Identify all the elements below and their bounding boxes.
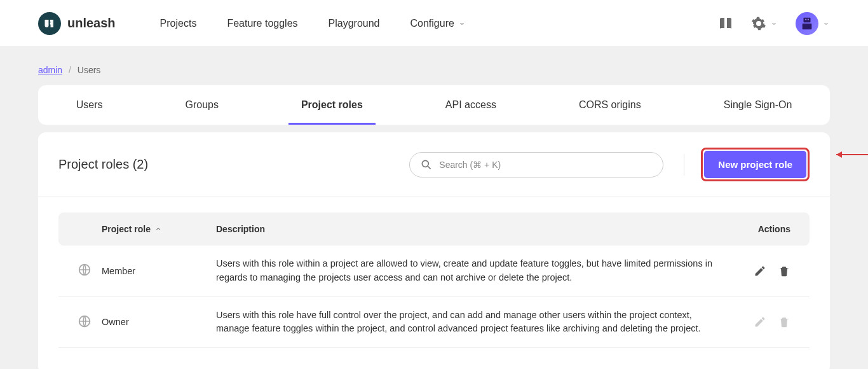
chevron-down-icon — [822, 20, 830, 27]
breadcrumb: admin / Users — [0, 47, 868, 85]
table-header: Project role Description Actions — [58, 212, 810, 246]
th-project-role[interactable]: Project role — [102, 224, 216, 234]
logo-text: unleash — [67, 16, 116, 31]
nav-right — [718, 12, 830, 35]
table-wrap: Project role Description Actions Member … — [38, 197, 830, 369]
avatar — [796, 12, 818, 35]
tab-project-roles[interactable]: Project roles — [288, 85, 376, 125]
nav-item-projects[interactable]: Projects — [160, 18, 197, 29]
top-navigation: unleash Projects Feature toggles Playgro… — [0, 0, 868, 47]
nav-items: Projects Feature toggles Playground Conf… — [160, 18, 718, 29]
table-row: Member Users with this role within a pro… — [58, 246, 810, 297]
page-title: Project roles (2) — [58, 157, 148, 172]
new-button-highlight: New project role — [701, 148, 810, 181]
breadcrumb-admin-link[interactable]: admin — [38, 65, 62, 75]
edit-icon[interactable] — [754, 316, 766, 328]
globe-icon — [78, 263, 92, 277]
svg-rect-7 — [808, 18, 809, 20]
new-project-role-button[interactable]: New project role — [704, 151, 806, 178]
tab-cors-origins[interactable]: CORS origins — [566, 85, 654, 125]
svg-point-8 — [423, 160, 429, 167]
th-description: Description — [216, 224, 733, 234]
svg-rect-6 — [805, 18, 806, 20]
vertical-divider — [684, 154, 684, 176]
nav-item-configure[interactable]: Configure — [410, 18, 466, 29]
svg-rect-0 — [46, 20, 48, 22]
svg-rect-3 — [50, 22, 52, 24]
tab-api-access[interactable]: API access — [433, 85, 509, 125]
tab-users[interactable]: Users — [64, 85, 116, 125]
user-menu[interactable] — [796, 12, 830, 35]
svg-rect-5 — [803, 24, 812, 29]
edit-icon[interactable] — [754, 265, 766, 277]
card-header: Project roles (2) New project role — [38, 132, 830, 197]
search-input[interactable] — [439, 160, 653, 170]
logo[interactable]: unleash — [38, 12, 116, 35]
docs-icon[interactable] — [718, 16, 733, 31]
delete-icon[interactable] — [778, 316, 790, 328]
nav-item-configure-label: Configure — [410, 18, 454, 29]
th-actions: Actions — [733, 224, 790, 234]
breadcrumb-separator: / — [65, 65, 75, 75]
globe-icon — [78, 314, 92, 328]
main-card: Project roles (2) New project role Proje… — [38, 132, 830, 369]
chevron-down-icon — [770, 20, 778, 27]
role-name: Member — [102, 266, 216, 276]
callout-arrow — [836, 154, 868, 155]
role-description: Users with this role have full control o… — [216, 309, 733, 337]
svg-rect-4 — [804, 17, 811, 22]
chevron-down-icon — [458, 20, 466, 27]
breadcrumb-current: Users — [78, 65, 101, 75]
nav-item-playground[interactable]: Playground — [329, 18, 380, 29]
role-name: Owner — [102, 317, 216, 327]
search-icon — [420, 158, 433, 171]
th-project-role-label: Project role — [102, 224, 151, 234]
tab-sso[interactable]: Single Sign-On — [711, 85, 805, 125]
delete-icon[interactable] — [778, 265, 790, 277]
svg-rect-2 — [50, 20, 52, 22]
tab-groups[interactable]: Groups — [172, 85, 231, 125]
settings-menu[interactable] — [751, 16, 778, 31]
svg-rect-1 — [46, 22, 48, 24]
logo-icon — [38, 12, 61, 35]
sort-asc-icon — [154, 225, 162, 233]
nav-item-feature-toggles[interactable]: Feature toggles — [227, 18, 297, 29]
search-wrap[interactable] — [409, 152, 663, 178]
tabs-card: Users Groups Project roles API access CO… — [38, 85, 830, 125]
table-row: Owner Users with this role have full con… — [58, 297, 810, 349]
gear-icon — [751, 16, 766, 31]
role-description: Users with this role within a project ar… — [216, 257, 733, 285]
